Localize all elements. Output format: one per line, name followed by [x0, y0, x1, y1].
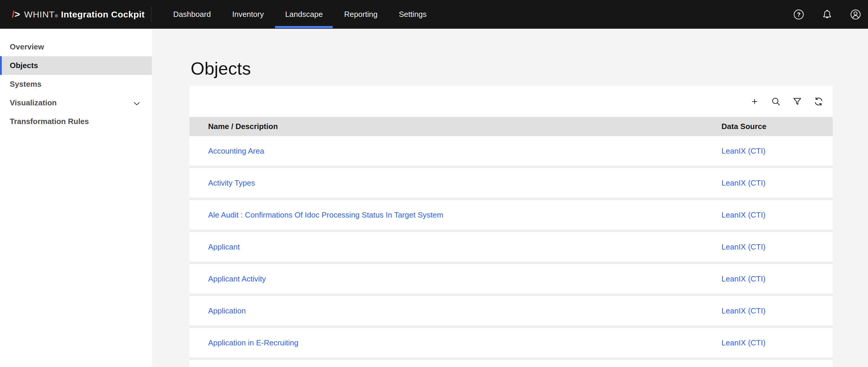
header-actions: ?: [793, 8, 868, 21]
object-name-link[interactable]: Application in E-Recruiting: [208, 338, 299, 347]
column-header-name-description: Name / Description: [189, 122, 721, 131]
object-name-link[interactable]: Applicant: [208, 242, 240, 251]
brand-name: WHINT: [24, 9, 55, 20]
help-icon: ?: [793, 8, 805, 21]
refresh-icon: [813, 96, 824, 107]
sidebar-item-visualization[interactable]: Visualization: [0, 94, 152, 112]
object-name-link[interactable]: Application: [208, 306, 246, 315]
table-row: Ale Audit : Confirmations Of Idoc Proces…: [189, 200, 833, 230]
sidebar-item-transformation-rules[interactable]: Transformation Rules: [0, 112, 152, 131]
nav-item-label: Settings: [399, 10, 427, 19]
main-content: Objects: [152, 29, 868, 367]
table-row: Accounting Area LeanIX (CTI): [189, 136, 833, 166]
refresh-button[interactable]: [811, 94, 826, 109]
add-button[interactable]: [747, 94, 762, 109]
table-row-partial: [189, 360, 833, 367]
top-header-bar: /> WHINT® Integration Cockpit Dashboard …: [0, 0, 868, 29]
table-row: Applicant LeanIX (CTI): [189, 232, 833, 262]
whint-integration-cockpit-app: /> WHINT® Integration Cockpit Dashboard …: [0, 0, 868, 367]
table-row: Application LeanIX (CTI): [189, 296, 833, 326]
filter-button[interactable]: [790, 94, 804, 109]
data-source-link[interactable]: LeanIX (CTI): [721, 242, 766, 251]
nav-item-label: Dashboard: [173, 10, 211, 19]
sidebar-item-label: Systems: [10, 80, 41, 89]
table-body: Accounting Area LeanIX (CTI) Activity Ty…: [189, 136, 833, 367]
sidebar-item-objects[interactable]: Objects: [0, 56, 152, 75]
nav-item-inventory[interactable]: Inventory: [222, 0, 274, 29]
nav-item-label: Reporting: [344, 10, 377, 19]
sidebar-item-label: Visualization: [10, 98, 57, 108]
table-row: Applicant Activity LeanIX (CTI): [189, 264, 833, 294]
sidebar-item-overview[interactable]: Overview: [0, 38, 152, 56]
account-button[interactable]: [850, 8, 862, 21]
data-source-link[interactable]: LeanIX (CTI): [721, 210, 766, 219]
sidebar-item-systems[interactable]: Systems: [0, 75, 152, 94]
sidebar-nav: Overview Objects Systems Visualization T…: [0, 29, 152, 367]
nav-item-settings[interactable]: Settings: [389, 0, 437, 29]
table-row: Application in E-Recruiting LeanIX (CTI): [189, 328, 833, 358]
table-row: Activity Types LeanIX (CTI): [189, 168, 833, 198]
data-source-link[interactable]: LeanIX (CTI): [721, 274, 766, 283]
data-source-link[interactable]: LeanIX (CTI): [721, 147, 766, 155]
data-source-link[interactable]: LeanIX (CTI): [721, 338, 766, 347]
object-name-link[interactable]: Activity Types: [208, 179, 255, 187]
table-toolbar: [189, 86, 833, 117]
brand-suffix: Integration Cockpit: [61, 9, 145, 20]
brand-slash-glyph: /: [12, 9, 14, 20]
sidebar-item-label: Objects: [10, 61, 38, 70]
search-icon: [771, 96, 781, 107]
chevron-down-icon: [133, 98, 140, 108]
data-source-link[interactable]: LeanIX (CTI): [721, 179, 766, 187]
objects-table-card: Name / Description Data Source Accountin…: [189, 86, 833, 367]
nav-item-label: Landscape: [285, 10, 323, 19]
nav-item-landscape[interactable]: Landscape: [275, 0, 333, 29]
svg-text:?: ?: [797, 11, 801, 18]
registered-mark: ®: [55, 13, 58, 18]
sidebar-item-label: Transformation Rules: [10, 117, 89, 126]
active-tab-underline: [275, 26, 333, 28]
header-divider: [151, 7, 151, 22]
notifications-bell-icon: [821, 8, 833, 21]
object-name-link[interactable]: Applicant Activity: [208, 274, 266, 283]
notifications-button[interactable]: [821, 8, 833, 21]
help-button[interactable]: ?: [793, 8, 805, 21]
search-button[interactable]: [769, 94, 783, 109]
nav-item-reporting[interactable]: Reporting: [334, 0, 388, 29]
user-avatar-icon: [850, 8, 862, 21]
object-name-link[interactable]: Ale Audit : Confirmations Of Idoc Proces…: [208, 210, 443, 219]
filter-icon: [792, 96, 803, 107]
brand-logo: /> WHINT® Integration Cockpit: [0, 9, 151, 20]
table-header-row: Name / Description Data Source: [189, 117, 833, 136]
primary-nav: Dashboard Inventory Landscape Reporting …: [163, 0, 437, 29]
brand-gt-glyph: >: [14, 9, 20, 20]
object-name-link[interactable]: Accounting Area: [208, 147, 264, 155]
data-source-link[interactable]: LeanIX (CTI): [721, 306, 766, 315]
nav-item-dashboard[interactable]: Dashboard: [163, 0, 221, 29]
nav-item-label: Inventory: [232, 10, 264, 19]
sidebar-item-label: Overview: [10, 42, 44, 52]
add-icon: [750, 96, 760, 106]
column-header-data-source: Data Source: [721, 122, 833, 131]
page-title: Objects: [191, 58, 251, 79]
